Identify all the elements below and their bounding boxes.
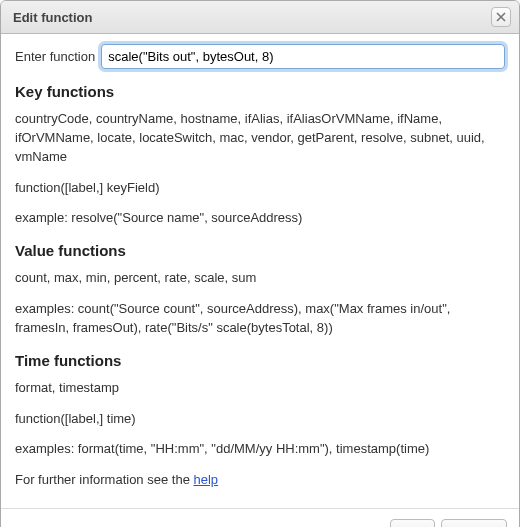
- value-functions-heading: Value functions: [15, 242, 505, 259]
- key-functions-list: countryCode, countryName, hostname, ifAl…: [15, 110, 505, 167]
- edit-function-dialog: Edit function Enter function Key functio…: [0, 0, 520, 527]
- close-icon: [496, 12, 506, 22]
- further-info: For further information see the help: [15, 471, 505, 490]
- further-info-prefix: For further information see the: [15, 472, 193, 487]
- dialog-content: Enter function Key functions countryCode…: [1, 34, 519, 508]
- cancel-button[interactable]: Cancel: [441, 519, 507, 527]
- time-functions-heading: Time functions: [15, 352, 505, 369]
- value-functions-list: count, max, min, percent, rate, scale, s…: [15, 269, 505, 288]
- time-functions-list: format, timestamp: [15, 379, 505, 398]
- time-functions-examples: examples: format(time, "HH:mm", "dd/MM/y…: [15, 440, 505, 459]
- key-functions-signature: function([label,] keyField): [15, 179, 505, 198]
- key-functions-heading: Key functions: [15, 83, 505, 100]
- help-link[interactable]: help: [193, 472, 218, 487]
- dialog-title: Edit function: [13, 10, 92, 25]
- dialog-titlebar: Edit function: [1, 1, 519, 34]
- function-input-row: Enter function: [15, 44, 505, 69]
- function-label: Enter function: [15, 49, 95, 64]
- time-functions-signature: function([label,] time): [15, 410, 505, 429]
- ok-button[interactable]: OK: [390, 519, 435, 527]
- dialog-footer: OK Cancel: [1, 508, 519, 527]
- close-button[interactable]: [491, 7, 511, 27]
- value-functions-examples: examples: count("Source count", sourceAd…: [15, 300, 505, 338]
- function-input[interactable]: [101, 44, 505, 69]
- key-functions-example: example: resolve("Source name", sourceAd…: [15, 209, 505, 228]
